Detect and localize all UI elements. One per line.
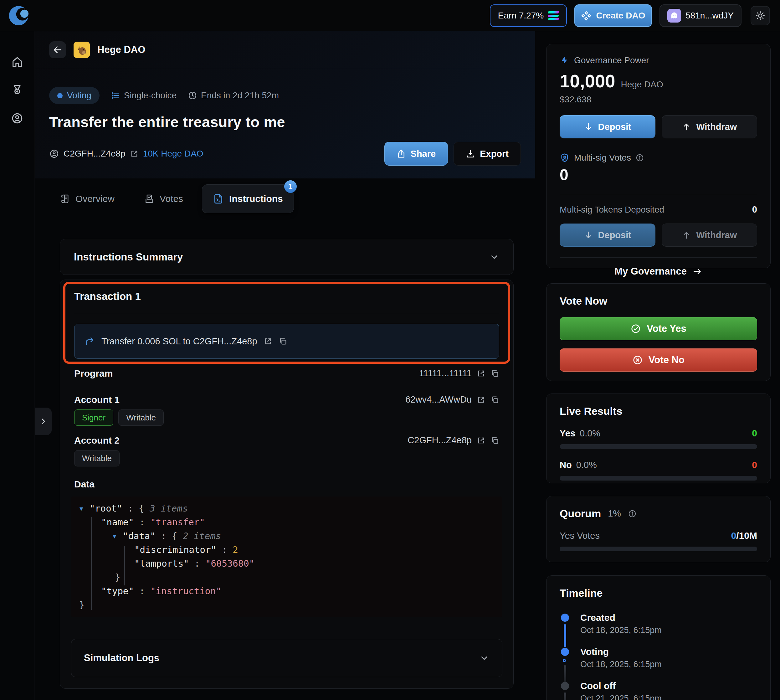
timeline-dot-icon <box>561 682 569 690</box>
no-pct: 0.0% <box>576 460 597 470</box>
external-link-icon[interactable] <box>477 369 485 378</box>
copy-icon[interactable] <box>278 337 287 346</box>
simulation-logs-title: Simulation Logs <box>84 652 479 664</box>
clock-icon <box>188 91 197 100</box>
account1-badges: Signer Writable <box>74 410 164 426</box>
my-governance-link[interactable]: My Governance <box>560 257 757 285</box>
share-icon <box>397 149 406 158</box>
simulation-logs-toggle[interactable]: Simulation Logs <box>71 639 502 677</box>
back-button[interactable] <box>49 41 66 58</box>
json-guide-line <box>91 517 92 610</box>
vote-now-title: Vote Now <box>560 295 757 307</box>
timeline-dot-icon <box>561 648 569 656</box>
transfer-instruction-row[interactable]: Transfer 0.006 SOL to C2GFH...Z4e8p <box>74 324 499 359</box>
chevron-down-icon[interactable] <box>479 653 490 663</box>
tab-overview[interactable]: Overview <box>49 184 125 213</box>
left-sidebar <box>0 31 35 700</box>
yes-votes-label: Yes Votes <box>560 531 600 541</box>
external-link-icon[interactable] <box>477 395 485 404</box>
create-dao-button[interactable]: Create DAO <box>574 4 652 27</box>
theme-toggle-button[interactable] <box>751 6 770 25</box>
author-tokens-link[interactable]: 10K Hege DAO <box>143 149 203 159</box>
governance-power-token: Hege DAO <box>621 80 663 90</box>
share-button[interactable]: Share <box>384 142 448 166</box>
arrow-right-icon <box>692 267 702 277</box>
account1-label: Account 1 <box>74 395 120 405</box>
deposit-button[interactable]: Deposit <box>560 115 655 138</box>
quorum-pct: 1% <box>608 508 621 519</box>
multisig-votes-label: Multi-sig Votes <box>574 153 631 163</box>
dao-avatar[interactable] <box>73 42 90 58</box>
check-circle-icon <box>630 323 641 334</box>
account2-value-row: C2GFH...Z4e8p <box>408 435 499 445</box>
copy-icon[interactable] <box>490 436 499 445</box>
account1-value: 62wv4...AWwDu <box>405 395 472 405</box>
copy-icon[interactable] <box>490 369 499 378</box>
scroll-icon <box>60 193 70 204</box>
copy-icon[interactable] <box>490 395 499 404</box>
realms-logo-icon[interactable] <box>8 4 31 27</box>
create-dao-label: Create DAO <box>596 11 645 21</box>
no-count: 0 <box>752 460 757 470</box>
sidebar-expand-button[interactable] <box>35 408 52 435</box>
no-progress-bar <box>560 476 757 480</box>
withdraw-label: Withdraw <box>696 122 737 132</box>
chevron-down-icon[interactable] <box>489 252 500 262</box>
awards-icon[interactable] <box>11 84 23 97</box>
tab-votes-label: Votes <box>160 193 183 204</box>
timeline-item-cooloff: Cool off Oct 21, 2025, 6:15pm <box>560 681 757 700</box>
external-link-icon[interactable] <box>130 149 139 158</box>
json-line: "name" : "transfer" <box>71 515 502 529</box>
multisig-withdraw-button[interactable]: Withdraw <box>662 223 757 247</box>
phantom-wallet-icon <box>667 9 681 23</box>
withdraw-label: Withdraw <box>696 230 737 240</box>
json-line[interactable]: ▾ "root" : { 3 items <box>71 502 502 515</box>
vote-no-button[interactable]: Vote No <box>560 348 757 372</box>
author-address[interactable]: C2GFH...Z4e8p <box>63 149 125 159</box>
governance-power-usd: $32.638 <box>560 95 757 105</box>
external-link-icon[interactable] <box>263 337 272 346</box>
governance-power-card: Governance Power 10,000 Hege DAO $32.638… <box>546 44 771 268</box>
multisig-votes-value: 0 <box>560 166 757 184</box>
share-label: Share <box>411 149 436 159</box>
program-value: 11111...11111 <box>419 368 472 378</box>
export-button[interactable]: Export <box>453 142 521 166</box>
external-link-icon[interactable] <box>477 436 485 445</box>
json-guide-line <box>124 546 125 585</box>
user-circle-icon <box>49 149 59 159</box>
wallet-button[interactable]: 581n...wdJY <box>660 4 742 27</box>
vote-type-label: Single-choice <box>124 90 177 100</box>
redirect-arrow-icon <box>85 336 95 347</box>
dao-name: Hege DAO <box>97 44 145 55</box>
json-line: "lamports" : "6053680" <box>71 557 502 570</box>
vote-yes-button[interactable]: Vote Yes <box>560 317 757 340</box>
tab-instructions[interactable]: Instructions 1 <box>202 184 294 213</box>
json-line[interactable]: ▾ "data" : { 2 items <box>71 529 502 543</box>
topbar: Earn 7.27% Create DAO 581n...wdJY <box>0 0 780 31</box>
json-line: } <box>71 570 502 584</box>
shield-icon <box>560 153 570 163</box>
file-code-icon <box>213 193 224 205</box>
instruction-data-json: ▾ "root" : { 3 items "name" : "transfer"… <box>71 497 502 617</box>
multisig-deposit-button[interactable]: Deposit <box>560 223 655 247</box>
home-icon[interactable] <box>11 56 23 68</box>
tab-votes[interactable]: Votes <box>133 184 194 213</box>
profile-icon[interactable] <box>11 112 23 125</box>
withdraw-button[interactable]: Withdraw <box>662 115 757 138</box>
no-label: No <box>560 460 572 470</box>
deposit-label: Deposit <box>598 122 631 132</box>
ballot-icon <box>144 193 155 204</box>
info-icon[interactable] <box>628 509 637 518</box>
signer-badge: Signer <box>74 410 113 426</box>
instructions-summary-card[interactable]: Instructions Summary <box>60 239 513 275</box>
vote-no-label: Vote No <box>648 354 685 366</box>
timeline-label: Voting <box>580 647 757 657</box>
my-governance-label: My Governance <box>614 266 687 277</box>
download-icon <box>466 149 475 158</box>
timeline-label: Created <box>580 612 757 623</box>
transfer-text: Transfer 0.006 SOL to C2GFH...Z4e8p <box>102 336 257 347</box>
transaction-card: Transaction 1 Transfer 0.006 SOL to C2GF… <box>60 280 513 689</box>
governance-power-value: 10,000 <box>560 70 615 92</box>
earn-button[interactable]: Earn 7.27% <box>490 4 567 27</box>
info-icon[interactable] <box>635 153 644 162</box>
